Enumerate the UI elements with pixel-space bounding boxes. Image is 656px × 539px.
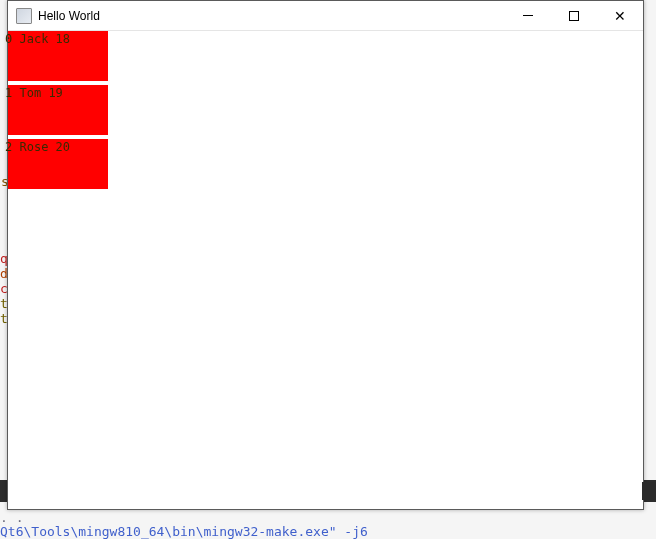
app-icon [16, 8, 32, 24]
list-item[interactable]: 0 Jack 18 [8, 31, 108, 81]
left-gap-fragments: q d c t t s [0, 0, 7, 510]
list-item-label: 1 Tom 19 [5, 86, 63, 100]
titlebar[interactable]: Hello World ✕ [8, 1, 643, 31]
list-item-label: 2 Rose 20 [5, 140, 70, 154]
list-view[interactable]: 0 Jack 18 1 Tom 19 2 Rose 20 [8, 31, 108, 193]
list-item-label: 0 Jack 18 [5, 32, 70, 46]
background-make-line: Qt6\Tools\mingw810_64\bin\mingw32-make.e… [0, 524, 368, 539]
list-item[interactable]: 2 Rose 20 [8, 139, 108, 189]
window-title: Hello World [38, 9, 100, 23]
right-dark-fragment [642, 482, 656, 500]
minimize-button[interactable] [505, 1, 551, 31]
maximize-button[interactable] [551, 1, 597, 31]
client-area: 0 Jack 18 1 Tom 19 2 Rose 20 [8, 31, 643, 509]
background-dots: . . [0, 510, 23, 525]
app-window: Hello World ✕ 0 Jack 18 1 Tom 19 2 Rose … [7, 0, 644, 510]
list-item[interactable]: 1 Tom 19 [8, 85, 108, 135]
close-button[interactable]: ✕ [597, 1, 643, 31]
